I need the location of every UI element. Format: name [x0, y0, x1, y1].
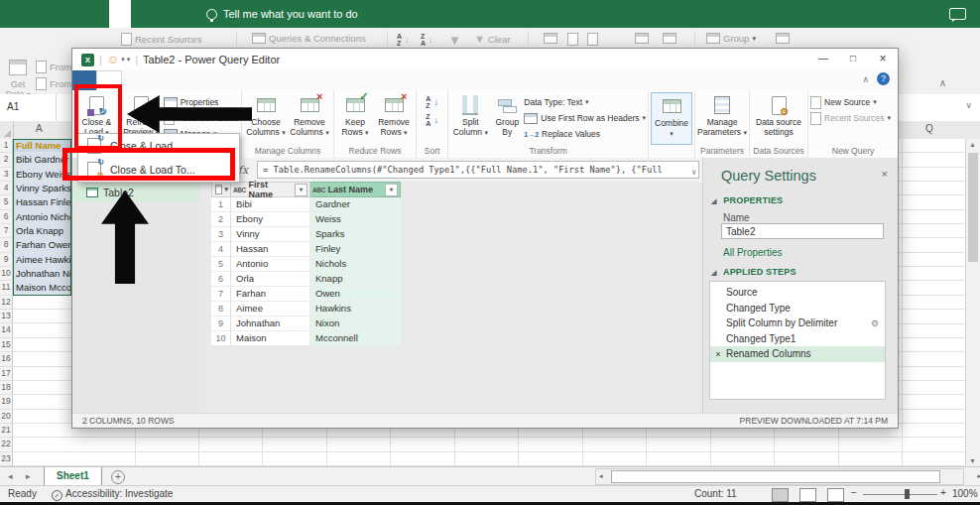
sheet-row[interactable]: 17	[0, 367, 71, 381]
sheet-row[interactable]: 10 Johnathan Nixon	[0, 267, 71, 281]
pq-ribbon-tab[interactable]	[170, 70, 193, 90]
row-number[interactable]: 2	[0, 153, 13, 167]
zoom-slider[interactable]	[863, 494, 937, 495]
vertical-scrollbar[interactable]: ▲ ▼	[965, 139, 980, 466]
scroll-left-icon[interactable]: ◂	[599, 472, 603, 480]
data-source-settings-button[interactable]: ⚙ Data source settings	[752, 92, 805, 145]
cell-value[interactable]: Antonio Nichols	[13, 210, 71, 224]
cell-value[interactable]	[13, 338, 71, 352]
column-header-q[interactable]: Q	[925, 123, 933, 134]
add-sheet-button[interactable]: +	[111, 470, 125, 484]
page-layout-view-icon[interactable]	[799, 488, 816, 502]
cell-value[interactable]: Johnathan Nixon	[13, 267, 71, 281]
excel-ribbon-tab[interactable]	[153, 0, 175, 28]
sheet-row[interactable]: 23	[0, 452, 71, 466]
first-name-cell[interactable]: Orla	[231, 272, 310, 287]
sheet-row[interactable]: 22	[0, 438, 71, 451]
sheet-row[interactable]: 11 Maison Mcconnell	[0, 281, 71, 295]
first-name-cell[interactable]: Antonio	[231, 257, 310, 272]
table-row[interactable]: 4 Hassan Finley	[211, 242, 401, 257]
vertical-scroll-thumb[interactable]	[968, 153, 978, 262]
manage-parameters-button[interactable]: Manage Parameters ▾	[697, 92, 747, 145]
remove-rows-button[interactable]: × Remove Rows ▾	[374, 92, 414, 145]
row-number[interactable]: 3	[0, 168, 13, 182]
last-name-cell[interactable]: Gardner	[310, 197, 401, 212]
replace-values-button[interactable]: 1→2 Replace Values	[524, 127, 646, 141]
row-number[interactable]: 17	[0, 367, 13, 381]
filter-icon[interactable]: ▾	[295, 184, 307, 196]
close-settings-icon[interactable]: ×	[882, 168, 888, 180]
feedback-smiley-icon[interactable]: ☺	[107, 53, 119, 66]
applied-step[interactable]: × Source ⚙	[710, 285, 885, 301]
tell-me-box[interactable]: Tell me what you want to do	[206, 0, 358, 28]
sheet-row[interactable]: 7 Orla Knapp	[0, 224, 71, 238]
scroll-down-icon[interactable]: ▼	[969, 457, 976, 464]
zoom-out-button[interactable]: −	[851, 487, 857, 498]
all-properties-link[interactable]: All Properties	[723, 247, 782, 258]
cell-value[interactable]	[13, 381, 71, 395]
data-validation-icon[interactable]	[587, 33, 598, 46]
cell-value[interactable]: Hassan Finley	[13, 195, 71, 209]
row-number[interactable]: 8	[0, 238, 13, 252]
data-type-button[interactable]: Data Type: Text ▾	[524, 95, 646, 109]
sort-az-icon[interactable]: AZ ↓	[397, 33, 409, 47]
cell-value[interactable]	[13, 424, 71, 438]
column-header-a[interactable]: A	[36, 123, 43, 134]
row-number[interactable]: 20	[0, 410, 13, 424]
column-header-last-name[interactable]: ABC Last Name ▾	[310, 182, 401, 197]
recent-sources-button[interactable]: Recent Sources	[121, 33, 202, 46]
row-number[interactable]: 13	[0, 310, 13, 323]
properties-button[interactable]: Properties	[164, 95, 239, 109]
sheet-row[interactable]: 5 Hassan Finley	[0, 195, 71, 209]
table-menu-button[interactable]: ▾	[211, 182, 231, 197]
close-button[interactable]: ×	[868, 49, 898, 70]
excel-ribbon-tab[interactable]	[0, 0, 22, 28]
normal-view-icon[interactable]	[772, 488, 789, 502]
row-number[interactable]: 9	[0, 253, 13, 267]
formula-bar-expand-icon[interactable]: ∨	[965, 100, 972, 110]
delete-step-icon[interactable]: ×	[710, 349, 726, 359]
first-name-cell[interactable]: Johnathan	[231, 316, 310, 331]
row-number[interactable]: 19	[0, 395, 13, 409]
excel-ribbon-tab[interactable]	[109, 0, 131, 28]
row-number[interactable]: 23	[0, 452, 13, 466]
expand-formula-icon[interactable]: ∨	[688, 165, 696, 179]
last-name-cell[interactable]: Knapp	[310, 272, 401, 287]
excel-ribbon-tab[interactable]	[87, 0, 109, 28]
quick-access-toolbar-icon[interactable]: ▾	[127, 56, 131, 63]
sort-descending-button[interactable]: ZA↓	[426, 113, 438, 127]
page-break-view-icon[interactable]	[827, 488, 844, 502]
query-name-input[interactable]: Table2	[721, 223, 884, 239]
first-name-cell[interactable]: Bibi	[231, 197, 310, 212]
remove-columns-button[interactable]: × Remove Columns ▾	[288, 92, 331, 145]
sheet-row[interactable]: 1 Full Name	[0, 139, 71, 153]
help-icon[interactable]: ?	[877, 72, 890, 85]
zoom-in-button[interactable]: +	[940, 487, 946, 498]
table-row[interactable]: 2 Ebony Weiss	[211, 212, 401, 227]
row-number[interactable]: 4	[0, 182, 13, 195]
collapse-ribbon-icon[interactable]: ∧	[939, 77, 946, 88]
row-number[interactable]: 14	[0, 323, 13, 337]
minimize-button[interactable]: —	[808, 49, 838, 70]
cell-value[interactable]	[13, 323, 71, 337]
sort-ascending-button[interactable]: AZ↓	[426, 95, 438, 109]
cell-value[interactable]	[13, 410, 71, 424]
excel-ribbon-tab[interactable]	[175, 0, 196, 28]
sheet-row[interactable]: 3 Ebony Weiss	[0, 168, 71, 182]
forecast-icon[interactable]	[663, 33, 676, 44]
cell-value[interactable]: Orla Knapp	[13, 224, 71, 238]
column-header-first-name[interactable]: ABC First Name ▾	[231, 182, 310, 197]
refresh-all-icon[interactable]	[544, 33, 557, 44]
cell-value[interactable]: Vinny Sparks	[13, 182, 71, 195]
sheet-row[interactable]: 15	[0, 338, 71, 352]
text-to-columns-icon[interactable]	[567, 33, 578, 46]
sheet-row[interactable]: 6 Antonio Nichols	[0, 210, 71, 224]
sheet-row[interactable]: 20	[0, 410, 71, 424]
row-number[interactable]: 22	[0, 438, 13, 451]
sheet-row[interactable]: 13	[0, 310, 71, 323]
sheet-row[interactable]: 19	[0, 395, 71, 409]
filter-icon[interactable]: ▼	[448, 33, 461, 48]
row-number[interactable]: 5	[0, 195, 13, 209]
last-name-cell[interactable]: Finley	[310, 242, 401, 257]
last-name-cell[interactable]: Mcconnell	[310, 331, 401, 346]
